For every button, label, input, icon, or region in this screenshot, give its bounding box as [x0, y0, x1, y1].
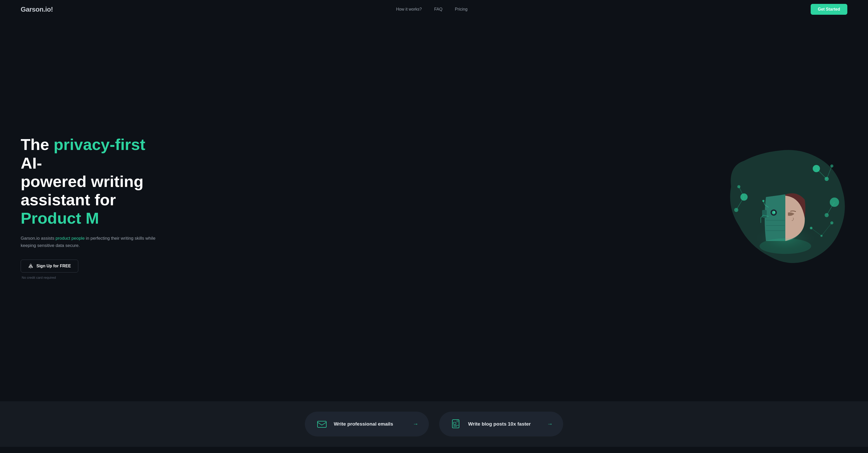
svg-point-10	[762, 200, 765, 202]
nav-faq[interactable]: FAQ	[434, 7, 442, 11]
get-started-button[interactable]: Get Started	[811, 4, 847, 15]
nav-how-it-works[interactable]: How it works?	[396, 7, 422, 11]
blog-arrow-icon: →	[547, 421, 553, 427]
svg-rect-32	[454, 422, 456, 424]
svg-rect-30	[317, 421, 326, 427]
navbar: Garson.io! How it works? FAQ Pricing Get…	[0, 0, 868, 19]
email-icon-box	[315, 417, 329, 431]
features-bar: Write professional emails → Write blog p…	[0, 401, 868, 447]
rocket-icon	[28, 263, 33, 268]
hero-section: The privacy-first AI-powered writingassi…	[0, 19, 868, 401]
svg-point-4	[772, 211, 776, 214]
email-icon	[316, 419, 327, 429]
no-credit-text: No credit card required	[22, 276, 165, 280]
feature-card-email[interactable]: Write professional emails →	[305, 412, 429, 436]
svg-point-29	[760, 238, 811, 254]
nav-pricing[interactable]: Pricing	[455, 7, 468, 11]
svg-point-5	[774, 211, 775, 213]
feature-email-label: Write professional emails	[334, 421, 408, 427]
hero-illustration	[723, 145, 847, 270]
signup-area: Sign Up for FREE No credit card required	[21, 260, 165, 280]
hero-title: The privacy-first AI-powered writingassi…	[21, 135, 165, 227]
document-icon-box	[450, 417, 463, 431]
svg-point-0	[30, 265, 31, 266]
nav-links: How it works? FAQ Pricing	[396, 7, 468, 11]
email-arrow-icon: →	[413, 421, 418, 427]
hero-content: The privacy-first AI-powered writingassi…	[21, 135, 165, 280]
svg-point-35	[457, 420, 459, 422]
signup-button[interactable]: Sign Up for FREE	[21, 260, 78, 273]
svg-rect-9	[762, 210, 767, 218]
hero-svg-illustration	[723, 145, 847, 270]
logo: Garson.io!	[21, 5, 53, 13]
feature-blog-label: Write blog posts 10x faster	[468, 421, 542, 427]
document-icon	[451, 419, 462, 429]
feature-card-blog[interactable]: Write blog posts 10x faster →	[439, 412, 563, 436]
hero-description: Garson.io assists product people in perf…	[21, 235, 165, 249]
